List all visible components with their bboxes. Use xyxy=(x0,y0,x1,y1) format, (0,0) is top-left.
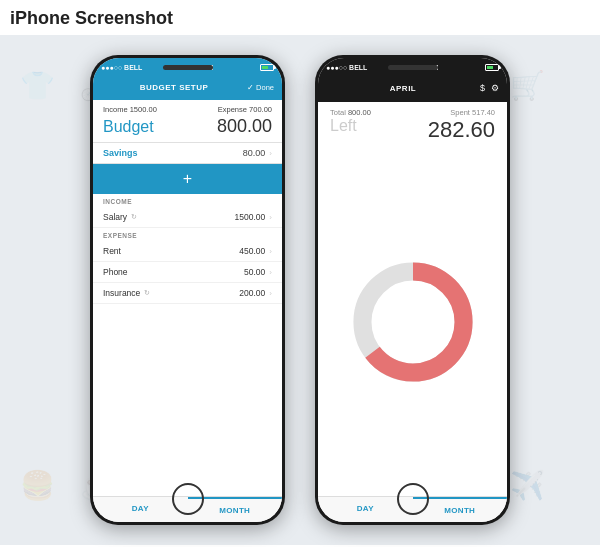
status-bar-1: ●●●○○ BELL 4:21PM xyxy=(93,58,282,74)
rent-name: Rent xyxy=(103,246,121,256)
spent-value: 517.40 xyxy=(472,108,495,117)
rent-chevron: › xyxy=(269,247,272,256)
overview-actions: $ ⚙ xyxy=(480,83,499,93)
overview-left: Total 800.00 Left xyxy=(330,108,371,143)
insurance-name: Insurance xyxy=(103,288,140,298)
overview-summary: Total 800.00 Left Spent 517.40 282.60 xyxy=(318,102,507,147)
svg-text:🍔: 🍔 xyxy=(20,469,55,502)
salary-refresh-icon: ↻ xyxy=(131,213,137,221)
phone-row[interactable]: Phone 50.00 › xyxy=(93,262,282,283)
iphone-custom-budget: ●●●○○ BELL 4:21PM BUDGET SETUP ✓ Done xyxy=(90,55,285,525)
budget-label: Budget xyxy=(103,118,154,136)
iphone-budget-overview: ●●●○○ BELL 4:21PM APRIL $ ⚙ xyxy=(315,55,510,525)
carrier-1: ●●●○○ BELL xyxy=(101,64,142,71)
nav-action-done[interactable]: ✓ Done xyxy=(247,83,274,92)
insurance-row[interactable]: Insurance ↻ 200.00 › xyxy=(93,283,282,304)
rent-amount: 450.00 xyxy=(239,246,265,256)
rent-row[interactable]: Rent 450.00 › xyxy=(93,241,282,262)
savings-label: Savings xyxy=(103,148,138,158)
savings-chevron: › xyxy=(269,149,272,158)
svg-text:🛒: 🛒 xyxy=(510,69,545,102)
svg-text:👕: 👕 xyxy=(20,69,55,102)
nav-bar-2: APRIL $ ⚙ xyxy=(318,74,507,102)
nav-bar-1: BUDGET SETUP ✓ Done xyxy=(93,74,282,100)
status-bar-2: ●●●○○ BELL 4:21PM xyxy=(318,58,507,74)
tab-bar-2: DAY MONTH xyxy=(318,496,507,522)
salary-chevron: › xyxy=(269,213,272,222)
rent-row-right: 450.00 › xyxy=(239,246,272,256)
carrier-2: ●●●○○ BELL xyxy=(326,64,367,71)
expense-label: Expense 700.00 xyxy=(218,105,272,114)
nav-title-2: APRIL xyxy=(326,84,480,93)
settings-icon[interactable]: ⚙ xyxy=(491,83,499,93)
insurance-chevron: › xyxy=(269,289,272,298)
phone-amount: 50.00 xyxy=(244,267,265,277)
expense-section-label: EXPENSE xyxy=(93,228,282,241)
total-label: Total 800.00 xyxy=(330,108,371,117)
insurance-refresh-icon: ↻ xyxy=(144,289,150,297)
salary-row-right: 1500.00 › xyxy=(235,212,272,222)
insurance-row-left: Insurance ↻ xyxy=(103,288,150,298)
nav-title-1: BUDGET SETUP xyxy=(101,83,247,92)
left-label: Left xyxy=(330,117,371,135)
phone-row-right: 50.00 › xyxy=(244,267,272,277)
salary-row-left: Salary ↻ xyxy=(103,212,137,222)
tab-day-1[interactable]: DAY xyxy=(93,497,188,522)
left-amount: 282.60 xyxy=(428,117,495,143)
budget-row: Budget 800.00 xyxy=(93,116,282,143)
salary-name: Salary xyxy=(103,212,127,222)
tab-month-2[interactable]: MONTH xyxy=(413,497,508,522)
dollar-icon[interactable]: $ xyxy=(480,83,485,93)
screenshots-area: 👕 🚲 🎮 🛒 👕 🚲 🎮 🛒 🍔 ☕ 💊 ✈️ 🍔 ☕ 💊 ✈️ ●●●○○ … xyxy=(0,35,600,545)
budget-setup-screen: Income 1500.00 Expense 700.00 Budget 800… xyxy=(93,100,282,496)
tab-day-2[interactable]: DAY xyxy=(318,497,413,522)
checkmark-icon: ✓ xyxy=(247,83,254,92)
battery-2 xyxy=(485,64,499,71)
income-expense-row: Income 1500.00 Expense 700.00 xyxy=(93,100,282,116)
donut-chart xyxy=(348,257,478,387)
income-label: Income 1500.00 xyxy=(103,105,157,114)
overview-right: Spent 517.40 282.60 xyxy=(428,108,495,143)
svg-text:✈️: ✈️ xyxy=(510,469,545,502)
insurance-row-right: 200.00 › xyxy=(239,288,272,298)
add-button[interactable]: + xyxy=(93,164,282,194)
phone-row-left: Phone xyxy=(103,267,128,277)
salary-row[interactable]: Salary ↻ 1500.00 › xyxy=(93,207,282,228)
income-section-label: INCOME xyxy=(93,194,282,207)
phone-chevron: › xyxy=(269,268,272,277)
chart-area xyxy=(318,147,507,496)
tab-month-1[interactable]: MONTH xyxy=(188,497,283,522)
insurance-amount: 200.00 xyxy=(239,288,265,298)
spent-label: Spent xyxy=(450,108,470,117)
time-2: 4:21PM xyxy=(414,64,439,71)
page-title: iPhone Screenshot xyxy=(0,0,600,35)
battery-1 xyxy=(260,64,274,71)
rent-row-left: Rent xyxy=(103,246,121,256)
savings-row[interactable]: Savings 80.00 › xyxy=(93,143,282,164)
savings-value: 80.00 › xyxy=(243,148,272,158)
budget-overview-screen: Total 800.00 Left Spent 517.40 282.60 xyxy=(318,102,507,496)
budget-amount: 800.00 xyxy=(217,116,272,137)
tab-bar-1: DAY MONTH xyxy=(93,496,282,522)
done-label: Done xyxy=(256,83,274,92)
time-1: 4:21PM xyxy=(189,64,214,71)
phone-name: Phone xyxy=(103,267,128,277)
salary-amount: 1500.00 xyxy=(235,212,266,222)
